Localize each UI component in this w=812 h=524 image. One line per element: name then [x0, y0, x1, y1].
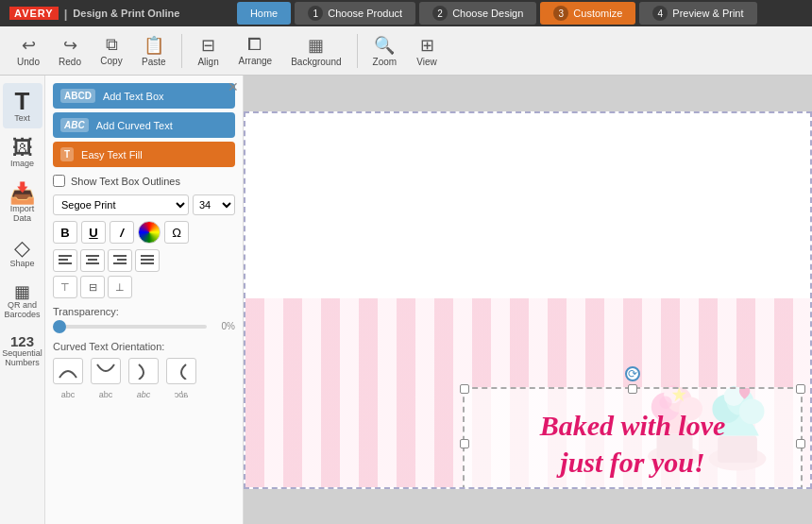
zoom-button[interactable]: 🔍 Zoom	[365, 31, 405, 71]
redo-button[interactable]: ↪ Redo	[51, 31, 89, 71]
curved-abc-labels: abc abc abc abc	[53, 390, 235, 399]
font-family-select[interactable]: Segoe Print	[53, 194, 189, 215]
italic-button[interactable]: /	[110, 221, 134, 244]
curve-arch-down-button[interactable]	[91, 358, 121, 384]
zoom-icon: 🔍	[374, 35, 395, 56]
align-center-button[interactable]	[80, 249, 105, 272]
paste-button[interactable]: 📋 Paste	[134, 31, 174, 71]
add-text-box-icon: ABCD	[60, 89, 95, 103]
svg-rect-3	[86, 255, 99, 257]
align-button[interactable]: ⊟ Align	[190, 31, 228, 71]
top-navigation-bar: AVERY | Design & Print Online Home 1 Cho…	[0, 0, 812, 26]
canvas-textbox[interactable]: Baked with love just for you!	[463, 387, 803, 489]
tab-preview-print-label: Preview & Print	[672, 8, 743, 19]
vertical-align-row: ⊤ ⊟ ⊥	[53, 276, 235, 298]
svg-rect-2	[59, 262, 72, 264]
resize-handle-tr[interactable]	[796, 384, 805, 394]
curve-left-button[interactable]	[166, 358, 196, 384]
svg-rect-11	[141, 262, 154, 264]
sidebar-item-text[interactable]: T Text	[3, 83, 42, 128]
sidebar-item-image[interactable]: 🖼 Image	[3, 132, 42, 174]
step-num-3: 3	[553, 6, 568, 21]
paste-label: Paste	[142, 57, 166, 67]
add-curved-text-button[interactable]: ABC Add Curved Text	[53, 112, 235, 138]
transparency-value: 0%	[212, 321, 235, 331]
canvas-text-line2: just for you!	[560, 447, 704, 478]
zoom-label: Zoom	[373, 57, 398, 67]
panel-close-button[interactable]: ✕	[228, 79, 239, 94]
add-curved-text-icon: ABC	[60, 118, 89, 132]
tab-customize[interactable]: 3 Customize	[540, 2, 635, 25]
tab-choose-design[interactable]: 2 Choose Design	[419, 2, 536, 25]
curved-orientation-section: Curved Text Orientation: abc abc abc	[53, 341, 235, 399]
curve-right-button[interactable]	[128, 358, 159, 384]
valign-middle-button[interactable]: ⊟	[80, 276, 105, 298]
align-left-button[interactable]	[53, 249, 77, 272]
undo-button[interactable]: ↩ Undo	[9, 31, 47, 71]
transparency-slider[interactable]	[53, 325, 207, 329]
resize-handle-ml[interactable]	[460, 439, 469, 448]
background-button[interactable]: ▦ Background	[283, 31, 348, 71]
sidebar-item-import-data[interactable]: 📥 Import Data	[3, 177, 42, 228]
view-button[interactable]: ⊞ View	[408, 31, 446, 71]
easy-text-fill-label: Easy Text Fill	[81, 149, 143, 161]
easy-text-fill-button[interactable]: T Easy Text Fill	[53, 142, 235, 167]
font-selector-row: Segoe Print 34	[53, 194, 235, 215]
abc-label-4: abc	[166, 390, 196, 399]
toolbar-divider-1	[181, 34, 182, 68]
special-characters-button[interactable]: Ω	[164, 221, 189, 244]
valign-top-button[interactable]: ⊤	[53, 276, 77, 298]
transparency-label: Transparency:	[53, 306, 235, 317]
tab-home[interactable]: Home	[237, 2, 291, 25]
view-label: View	[416, 57, 437, 67]
arrange-icon: ⧠	[246, 35, 263, 55]
curved-orientation-label: Curved Text Orientation:	[53, 341, 235, 352]
justify-button[interactable]	[135, 249, 160, 272]
import-data-icon: 📥	[9, 183, 35, 204]
abc-label-1: abc	[53, 390, 83, 399]
copy-button[interactable]: ⧉ Copy	[93, 31, 130, 70]
tab-home-label: Home	[250, 8, 278, 19]
redo-icon: ↪	[63, 35, 77, 56]
resize-handle-tl[interactable]	[460, 384, 469, 394]
redo-label: Redo	[59, 57, 81, 67]
svg-rect-5	[86, 262, 99, 264]
svg-rect-8	[113, 262, 127, 264]
abc-label-3: abc	[128, 390, 159, 399]
add-text-box-button[interactable]: ABCD Add Text Box	[53, 83, 235, 109]
copy-icon: ⧉	[106, 35, 118, 55]
resize-handle-tm[interactable]	[628, 384, 637, 394]
resize-handle-mr[interactable]	[796, 439, 805, 448]
bold-button[interactable]: B	[53, 221, 77, 244]
valign-bottom-button[interactable]: ⊥	[108, 276, 132, 298]
align-right-button[interactable]	[108, 249, 132, 272]
curve-arch-up-button[interactable]	[53, 358, 83, 384]
tab-customize-label: Customize	[573, 8, 622, 19]
arrange-label: Arrange	[239, 56, 273, 66]
rotate-handle[interactable]	[625, 366, 640, 381]
transparency-slider-row: 0%	[53, 321, 235, 331]
underline-button[interactable]: U	[81, 221, 106, 244]
color-picker-button[interactable]	[138, 221, 161, 244]
transparency-section: Transparency: 0%	[53, 306, 235, 331]
svg-rect-9	[141, 255, 154, 257]
align-icon: ⊟	[201, 35, 215, 56]
sidebar-text-label: Text	[14, 113, 30, 123]
canvas-area: Baked with love just for you!	[244, 76, 812, 524]
font-size-select[interactable]: 34	[193, 194, 235, 215]
tab-preview-print[interactable]: 4 Preview & Print	[639, 2, 756, 25]
sidebar-item-sequential[interactable]: 123 Sequential Numbers	[3, 329, 42, 373]
qr-icon: ▦	[14, 283, 30, 300]
paste-icon: 📋	[144, 35, 164, 56]
arrange-button[interactable]: ⧠ Arrange	[231, 31, 280, 70]
label-canvas[interactable]: Baked with love just for you!	[244, 111, 812, 489]
tab-choose-product[interactable]: 1 Choose Product	[295, 2, 415, 25]
sidebar-item-shape[interactable]: ◇ Shape	[3, 232, 42, 274]
step-num-1: 1	[308, 6, 323, 21]
sidebar-item-qr[interactable]: ▦ QR and Barcodes	[3, 278, 42, 325]
show-outlines-checkbox[interactable]	[53, 175, 65, 187]
svg-rect-6	[113, 255, 127, 257]
svg-rect-1	[59, 259, 68, 261]
undo-label: Undo	[17, 57, 40, 67]
avery-wordmark: AVERY	[9, 7, 59, 20]
